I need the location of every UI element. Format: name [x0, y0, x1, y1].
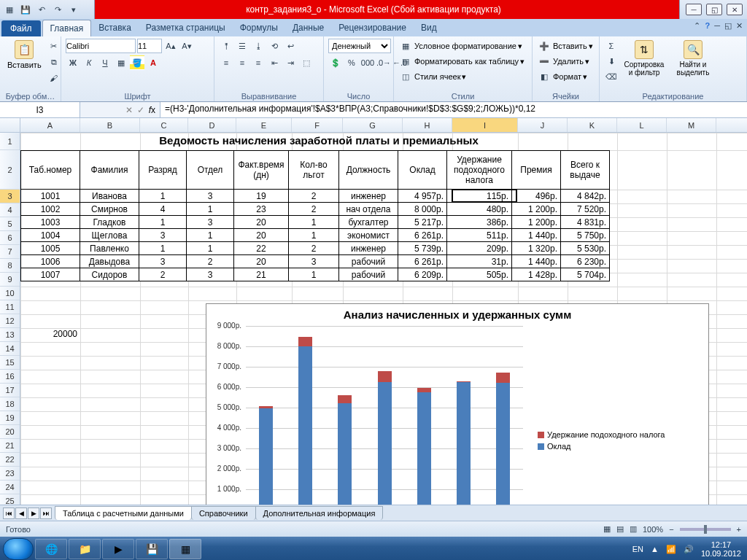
shrink-font-icon[interactable]: A▾ — [179, 39, 194, 53]
border-icon[interactable]: ▦ — [114, 55, 128, 70]
fx-icon[interactable]: fx — [149, 105, 155, 115]
row-header-5[interactable]: 5 — [0, 217, 20, 231]
row-header-21[interactable]: 21 — [0, 439, 20, 453]
sheet-tab-2[interactable]: Дополнительная информация — [255, 506, 384, 520]
cancel-formula-icon[interactable]: ✕ — [125, 105, 133, 115]
sheet-nav-last-icon[interactable]: ⏭ — [40, 508, 52, 519]
row-header-18[interactable]: 18 — [0, 397, 20, 411]
tray-lang[interactable]: EN — [632, 545, 643, 553]
col-header-J[interactable]: J — [518, 118, 568, 132]
bold-icon[interactable]: Ж — [66, 55, 80, 70]
sheet-nav-prev-icon[interactable]: ◀ — [15, 508, 27, 519]
taskbar-excel-icon[interactable]: ▦ — [169, 539, 201, 559]
start-button[interactable] — [3, 538, 34, 560]
restore-button[interactable]: ◱ — [706, 4, 722, 15]
sheet-tab-0[interactable]: Таблица с расчетными данными — [55, 506, 192, 520]
ribbon-tab-3[interactable]: Формулы — [233, 20, 285, 36]
zoom-out-icon[interactable]: − — [669, 525, 673, 534]
row-header-13[interactable]: 13 — [0, 328, 20, 342]
row-header-16[interactable]: 16 — [0, 370, 20, 384]
percent-icon[interactable]: % — [344, 55, 359, 70]
taskbar-word-icon[interactable]: 💾 — [136, 539, 168, 559]
tray-date[interactable]: 10.09.2012 — [701, 549, 741, 558]
delete-cells-button[interactable]: ➖Удалить ▾ — [537, 54, 589, 69]
cut-icon[interactable]: ✂ — [47, 39, 61, 53]
col-header-C[interactable]: C — [140, 118, 188, 132]
autosum-icon[interactable]: Σ — [604, 39, 619, 53]
workbook-restore-icon[interactable]: ◱ — [724, 21, 732, 31]
col-header-G[interactable]: G — [343, 118, 403, 132]
tray-flag-icon[interactable]: ▲ — [651, 545, 659, 553]
view-pagebreak-icon[interactable]: ▥ — [630, 524, 637, 534]
row-header-24[interactable]: 24 — [0, 481, 20, 494]
align-middle-icon[interactable]: ☰ — [235, 39, 249, 53]
merge-icon[interactable]: ⬚ — [299, 55, 314, 70]
row-header-4[interactable]: 4 — [0, 203, 20, 217]
col-header-L[interactable]: L — [617, 118, 667, 132]
col-header-F[interactable]: F — [292, 118, 343, 132]
help-icon[interactable]: ? — [705, 21, 710, 31]
taskbar-explorer-icon[interactable]: 📁 — [69, 539, 101, 559]
tray-sound-icon[interactable]: 🔊 — [684, 545, 694, 554]
comma-icon[interactable]: 000 — [360, 55, 375, 70]
ribbon-tab-4[interactable]: Данные — [285, 20, 331, 36]
col-header-B[interactable]: B — [80, 118, 140, 132]
row-header-22[interactable]: 22 — [0, 453, 20, 467]
conditional-formatting-button[interactable]: ▦Условное форматирование ▾ — [398, 39, 522, 53]
underline-icon[interactable]: Ч — [98, 55, 112, 70]
col-header-A[interactable]: A — [20, 118, 80, 132]
zoom-in-icon[interactable]: + — [737, 525, 741, 534]
tray-network-icon[interactable]: 📶 — [666, 545, 676, 554]
ribbon-tab-0[interactable]: Главная — [42, 20, 92, 36]
inc-decimal-icon[interactable]: .0→ — [376, 55, 391, 70]
row-header-10[interactable]: 10 — [0, 287, 20, 300]
row-header-6[interactable]: 6 — [0, 231, 20, 245]
embedded-chart[interactable]: Анализ начисленных и удержанных сумм 0р.… — [206, 303, 709, 505]
ribbon-tab-2[interactable]: Разметка страницы — [139, 20, 233, 36]
tray-time[interactable]: 12:17 — [711, 540, 732, 549]
row-header-15[interactable]: 15 — [0, 356, 20, 370]
worksheet[interactable]: ABCDEFGHIJKLM 12345678910111213141516171… — [0, 118, 747, 505]
increase-indent-icon[interactable]: ⇥ — [283, 55, 298, 70]
row-header-9[interactable]: 9 — [0, 273, 20, 287]
col-header-D[interactable]: D — [188, 118, 236, 132]
font-name-input[interactable] — [66, 39, 136, 53]
find-select-button[interactable]: 🔍Найти и выделить — [670, 39, 716, 78]
number-format-select[interactable]: Денежный — [328, 39, 391, 53]
italic-icon[interactable]: К — [82, 55, 96, 70]
align-bottom-icon[interactable]: ⭳ — [251, 39, 266, 53]
format-cells-button[interactable]: ◧Формат ▾ — [537, 69, 587, 84]
close-button[interactable]: ✕ — [727, 4, 743, 15]
formula-input[interactable]: =(H3-'Дополнительная информация'!$A$3*ВП… — [160, 102, 747, 117]
redo-icon[interactable]: ↷ — [51, 3, 64, 16]
row-header-3[interactable]: 3 — [0, 190, 20, 203]
row-header-23[interactable]: 23 — [0, 467, 20, 481]
align-top-icon[interactable]: ⭱ — [219, 39, 233, 53]
row-header-1[interactable]: 1 — [0, 133, 20, 150]
row-header-19[interactable]: 19 — [0, 411, 20, 425]
save-icon[interactable]: 💾 — [19, 3, 32, 16]
workbook-minimize-icon[interactable]: ─ — [714, 21, 720, 31]
format-painter-icon[interactable]: 🖌 — [47, 71, 61, 85]
font-size-input[interactable] — [137, 39, 162, 53]
font-color-icon[interactable]: A — [146, 55, 160, 70]
decrease-indent-icon[interactable]: ⇤ — [267, 55, 282, 70]
clear-icon[interactable]: ⌫ — [604, 69, 619, 84]
row-header-2[interactable]: 2 — [0, 150, 20, 190]
row-header-8[interactable]: 8 — [0, 259, 20, 273]
qat-customize-icon[interactable]: ▾ — [67, 3, 80, 16]
sheet-nav-next-icon[interactable]: ▶ — [28, 508, 39, 519]
cells-area[interactable]: Ведомость начисления заработной платы и … — [20, 133, 747, 505]
undo-icon[interactable]: ↶ — [35, 3, 48, 16]
taskbar-ie-icon[interactable]: 🌐 — [35, 539, 67, 559]
ribbon-tab-6[interactable]: Вид — [414, 20, 444, 36]
row-header-12[interactable]: 12 — [0, 314, 20, 328]
copy-icon[interactable]: ⧉ — [47, 55, 61, 69]
col-header-K[interactable]: K — [568, 118, 617, 132]
sort-filter-button[interactable]: ⇅Сортировка и фильтр — [621, 39, 667, 78]
excel-icon[interactable]: ▦ — [3, 3, 16, 16]
grow-font-icon[interactable]: A▴ — [163, 39, 178, 53]
ribbon-tab-1[interactable]: Вставка — [91, 20, 139, 36]
fill-color-icon[interactable]: 🪣 — [130, 55, 144, 70]
col-header-H[interactable]: H — [403, 118, 452, 132]
